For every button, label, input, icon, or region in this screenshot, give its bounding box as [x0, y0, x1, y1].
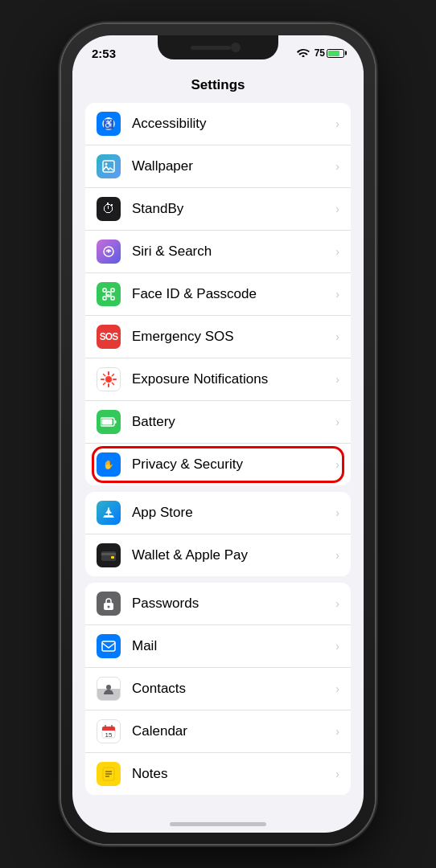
standby-chevron: ›	[335, 203, 339, 215]
svg-rect-23	[102, 420, 113, 425]
list-item-accessibility[interactable]: ♿ Accessibility ›	[85, 103, 351, 145]
faceid-chevron: ›	[335, 288, 339, 301]
notes-icon	[97, 762, 121, 786]
appstore-icon	[97, 501, 121, 525]
wallpaper-label: Wallpaper	[132, 158, 329, 174]
speaker	[191, 46, 231, 50]
svg-text:♿: ♿	[103, 118, 114, 129]
svg-line-17	[104, 375, 105, 376]
calendar-chevron: ›	[335, 725, 339, 738]
svg-point-32	[106, 685, 111, 690]
page-title: Settings	[191, 77, 245, 92]
passwords-icon	[97, 592, 121, 616]
notes-chevron: ›	[335, 768, 339, 780]
phone-screen: 2:53 75	[72, 35, 364, 833]
mail-icon	[97, 634, 121, 658]
svg-line-19	[112, 375, 113, 376]
contacts-icon	[97, 677, 121, 701]
exposure-chevron: ›	[335, 373, 339, 386]
faceid-label: Face ID & Passcode	[132, 286, 329, 302]
sos-icon: SOS	[97, 325, 121, 349]
list-item-mail[interactable]: Mail ›	[85, 625, 351, 668]
status-time: 2:53	[92, 47, 116, 60]
passwords-label: Passwords	[132, 596, 329, 612]
svg-point-12	[105, 376, 112, 383]
standby-label: StandBy	[132, 201, 329, 217]
list-item-notes[interactable]: Notes ›	[85, 753, 351, 795]
wallet-icon	[97, 543, 121, 567]
list-group-2: App Store ›	[85, 492, 351, 576]
mail-label: Mail	[132, 638, 329, 654]
list-item-appstore[interactable]: App Store ›	[85, 492, 351, 534]
battery-chevron: ›	[335, 416, 339, 428]
svg-line-20	[104, 383, 105, 384]
svg-rect-10	[111, 297, 114, 300]
accessibility-chevron: ›	[335, 117, 339, 130]
mail-chevron: ›	[335, 640, 339, 653]
list-item-emergency[interactable]: SOS Emergency SOS ›	[85, 316, 351, 358]
svg-text:15: 15	[105, 731, 113, 739]
appstore-label: App Store	[132, 505, 329, 521]
siri-chevron: ›	[335, 245, 339, 258]
privacy-icon: ✋	[97, 452, 121, 477]
list-item-wallpaper[interactable]: Wallpaper ›	[85, 145, 351, 188]
wifi-icon	[297, 47, 310, 59]
svg-rect-30	[102, 641, 115, 651]
siri-icon	[97, 240, 121, 264]
calendar-icon: 15	[97, 719, 121, 743]
list-item-standby[interactable]: ⏱ StandBy ›	[85, 188, 351, 231]
camera	[231, 43, 241, 52]
svg-point-3	[105, 163, 108, 166]
faceid-icon	[97, 282, 121, 306]
notch	[158, 35, 278, 59]
svg-point-29	[108, 606, 110, 608]
svg-rect-22	[115, 420, 117, 424]
list-item-privacy[interactable]: ✋ Privacy & Security ›	[85, 444, 351, 485]
exposure-label: Exposure Notifications	[132, 371, 329, 387]
battery-label: Battery	[132, 414, 329, 430]
contacts-label: Contacts	[132, 681, 329, 697]
svg-rect-27	[111, 556, 114, 559]
list-item-passwords[interactable]: Passwords ›	[85, 583, 351, 625]
exposure-icon	[97, 367, 121, 391]
list-item-wallet[interactable]: Wallet & Apple Pay ›	[85, 534, 351, 576]
wallet-chevron: ›	[335, 549, 339, 562]
svg-rect-35	[102, 729, 115, 731]
accessibility-label: Accessibility	[132, 116, 329, 132]
appstore-chevron: ›	[335, 506, 339, 519]
calendar-label: Calendar	[132, 723, 329, 739]
list-item-faceid[interactable]: Face ID & Passcode ›	[85, 273, 351, 316]
list-group-1: ♿ Accessibility ›	[85, 103, 351, 485]
privacy-chevron: ›	[335, 458, 339, 471]
wallpaper-icon	[97, 154, 121, 178]
svg-rect-26	[101, 553, 116, 555]
list-item-exposure[interactable]: Exposure Notifications ›	[85, 358, 351, 401]
scroll-area[interactable]: Settings ♿	[72, 71, 364, 833]
wallet-label: Wallet & Apple Pay	[132, 547, 329, 563]
svg-text:✋: ✋	[103, 459, 114, 470]
passwords-chevron: ›	[335, 597, 339, 610]
siri-label: Siri & Search	[132, 244, 329, 260]
phone-frame: 2:53 75	[61, 24, 375, 844]
standby-icon: ⏱	[97, 197, 121, 221]
battery-fill	[328, 51, 339, 56]
svg-point-6	[108, 251, 110, 253]
list-item-battery[interactable]: Battery ›	[85, 401, 351, 444]
svg-rect-8	[111, 289, 114, 292]
svg-point-11	[106, 292, 111, 297]
battery-icon	[327, 49, 344, 58]
svg-line-18	[112, 383, 113, 384]
emergency-label: Emergency SOS	[132, 329, 329, 345]
list-item-siri[interactable]: Siri & Search ›	[85, 231, 351, 273]
svg-rect-9	[103, 297, 106, 300]
section-3: Passwords ›	[72, 583, 364, 795]
page-title-bar: Settings	[72, 71, 364, 103]
contacts-chevron: ›	[335, 682, 339, 695]
home-indicator	[170, 822, 266, 826]
list-group-3: Passwords ›	[85, 583, 351, 795]
wallpaper-chevron: ›	[335, 160, 339, 173]
list-item-calendar[interactable]: 15 Calendar ›	[85, 710, 351, 753]
list-item-contacts[interactable]: Contacts ›	[85, 668, 351, 710]
battery-icon-settings	[97, 410, 121, 434]
notes-label: Notes	[132, 766, 329, 782]
